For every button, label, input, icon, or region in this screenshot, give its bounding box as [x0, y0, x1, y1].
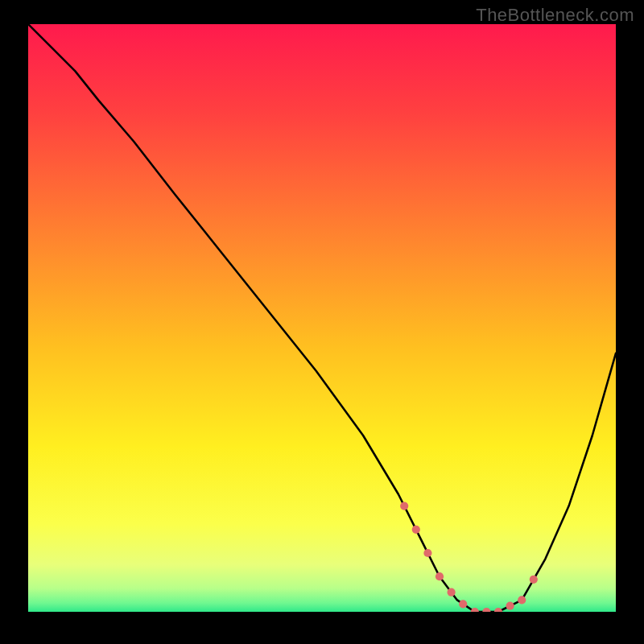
- valley-dot: [518, 596, 526, 604]
- valley-dot: [482, 608, 490, 612]
- valley-dot: [436, 572, 444, 580]
- valley-dot: [400, 502, 408, 510]
- chart-container: TheBottleneck.com: [0, 0, 644, 644]
- valley-dot: [447, 588, 455, 597]
- valley-dot: [412, 526, 420, 534]
- valley-dot: [471, 608, 479, 612]
- valley-dot: [530, 576, 538, 584]
- plot-area: [28, 24, 616, 620]
- watermark-text: TheBottleneck.com: [476, 5, 634, 26]
- valley-dot: [459, 600, 467, 608]
- valley-dot: [506, 602, 514, 610]
- valley-dot: [423, 549, 431, 557]
- valley-dot: [494, 608, 502, 612]
- valley-dots: [28, 24, 616, 612]
